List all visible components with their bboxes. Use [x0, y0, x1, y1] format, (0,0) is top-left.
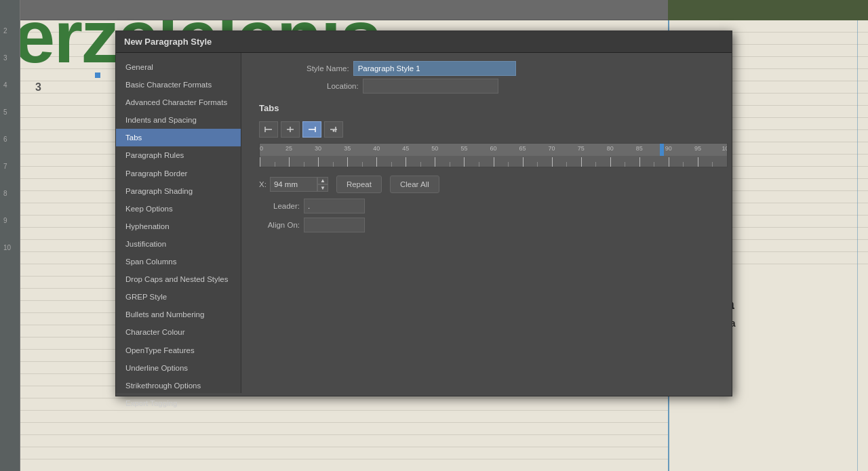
sidebar-item-hyphenation[interactable]: Hyphenation	[116, 218, 241, 235]
left-ruler: 2 3 4 5 6 7 8 9 10	[0, 0, 20, 471]
tab-align-right-btn[interactable]	[302, 121, 321, 138]
sidebar-item-tabs[interactable]: Tabs	[116, 129, 241, 146]
sidebar-item-drop-caps[interactable]: Drop Caps and Nested Styles	[116, 270, 241, 288]
location-input[interactable]	[363, 79, 498, 94]
sidebar-item-strikethrough[interactable]: Strikethrough Options	[116, 377, 241, 394]
svg-point-8	[333, 130, 335, 132]
sidebar-item-grep-style[interactable]: GREP Style	[116, 288, 241, 306]
center-tab-icon	[285, 125, 295, 134]
dialog-title: New Paragraph Style	[124, 37, 212, 47]
tab-align-decimal-btn[interactable]	[324, 121, 343, 138]
main-content-area: Style Name: Location: Tabs	[241, 53, 732, 393]
location-label: Location:	[327, 82, 359, 90]
sidebar-item-underline[interactable]: Underline Options	[116, 359, 241, 377]
style-name-row: Style Name:	[252, 61, 721, 76]
new-paragraph-style-dialog: New Paragraph Style General Basic Charac…	[115, 30, 732, 396]
sidebar-item-justification[interactable]: Justification	[116, 235, 241, 253]
top-ruler	[20, 0, 668, 20]
x-label: X:	[259, 180, 267, 188]
location-row: Location:	[252, 79, 721, 94]
tab-ruler[interactable]: 20253035404550556065707580859095100	[259, 143, 728, 167]
x-spin-down[interactable]: ▼	[317, 184, 328, 192]
dialog-body: General Basic Character Formats Advanced…	[116, 53, 732, 393]
sidebar-item-bullets[interactable]: Bullets and Numbering	[116, 306, 241, 323]
anchor-square	[95, 73, 100, 78]
v-guide-right	[857, 20, 858, 471]
leader-input[interactable]	[304, 199, 365, 213]
ruler-ticks: 20253035404550556065707580859095100	[260, 144, 727, 167]
controls-row: X: ▲ ▼ Repeat Clear All	[259, 176, 721, 193]
align-on-input[interactable]	[304, 218, 365, 232]
decimal-tab-icon	[329, 125, 338, 134]
repeat-button[interactable]: Repeat	[336, 176, 382, 193]
x-spin-up[interactable]: ▲	[317, 177, 328, 184]
sidebar-item-opentype[interactable]: OpenType Features	[116, 342, 241, 359]
x-spinner: ▲ ▼	[317, 177, 328, 192]
sidebar-item-export-tagging[interactable]: Export Tagging	[116, 394, 241, 412]
style-name-input[interactable]	[353, 61, 516, 76]
sidebar-item-span-columns[interactable]: Span Columns	[116, 253, 241, 270]
leader-row: Leader:	[259, 199, 721, 213]
sidebar-item-para-shading[interactable]: Paragraph Shading	[116, 182, 241, 200]
page-number: 3	[35, 81, 41, 94]
style-name-label: Style Name:	[307, 64, 349, 73]
sidebar-nav: General Basic Character Formats Advanced…	[116, 53, 241, 393]
dialog-title-bar: New Paragraph Style	[116, 31, 732, 53]
sidebar-item-para-rules[interactable]: Paragraph Rules	[116, 146, 241, 164]
sidebar-item-char-colour[interactable]: Character Colour	[116, 323, 241, 341]
sidebar-item-para-border[interactable]: Paragraph Border	[116, 165, 241, 182]
sidebar-item-advanced-char[interactable]: Advanced Character Formats	[116, 94, 241, 111]
right-tab-icon	[307, 125, 317, 134]
tab-align-center-btn[interactable]	[281, 121, 300, 138]
align-on-label: Align On:	[259, 221, 300, 229]
leader-label: Leader:	[259, 202, 300, 210]
x-input-group: ▲ ▼	[270, 177, 328, 192]
tab-align-buttons-group	[259, 121, 721, 138]
x-value-input[interactable]	[270, 177, 317, 192]
tabs-section-title: Tabs	[259, 103, 721, 113]
clear-all-button[interactable]: Clear All	[390, 176, 439, 193]
sidebar-item-general[interactable]: General	[116, 58, 241, 76]
sidebar-item-keep-options[interactable]: Keep Options	[116, 200, 241, 218]
left-tab-icon	[264, 125, 273, 134]
sidebar-item-indents-spacing[interactable]: Indents and Spacing	[116, 111, 241, 129]
tab-align-left-btn[interactable]	[259, 121, 278, 138]
sidebar-item-basic-char[interactable]: Basic Character Formats	[116, 76, 241, 94]
align-on-row: Align On:	[259, 218, 721, 232]
x-control-group: X: ▲ ▼	[259, 177, 328, 192]
